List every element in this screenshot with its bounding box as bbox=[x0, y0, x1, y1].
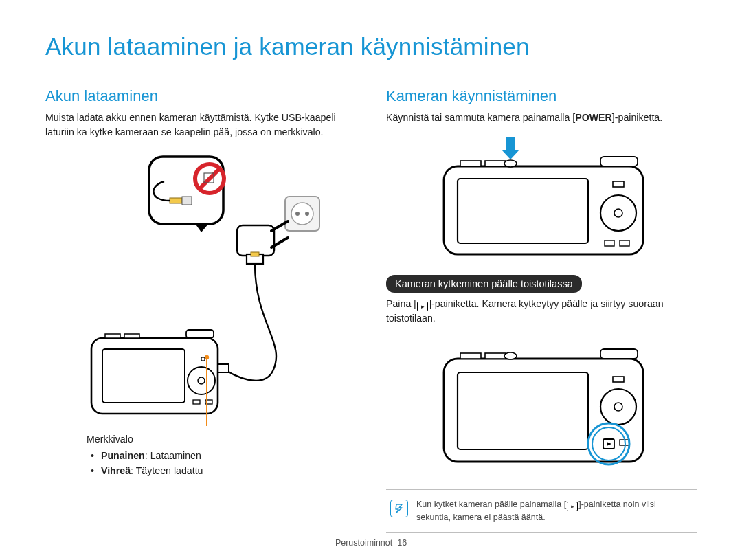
led-green-desc: : Täyteen ladattu bbox=[131, 465, 203, 476]
svg-rect-6 bbox=[182, 197, 192, 205]
playback-subheader: Kameran kytkeminen päälle toistotilassa bbox=[386, 275, 582, 293]
playback-illustration bbox=[386, 338, 697, 475]
power-arrow-icon bbox=[502, 137, 519, 159]
svg-rect-49 bbox=[485, 353, 506, 359]
svg-point-8 bbox=[291, 203, 313, 225]
playback-button-icon bbox=[417, 302, 428, 311]
page-title: Akun lataaminen ja kameran käynnistämine… bbox=[45, 33, 697, 69]
playback-intro-prefix: Paina [ bbox=[386, 298, 416, 309]
note-box: Kun kytket kameran päälle painamalla []-… bbox=[386, 489, 697, 533]
svg-rect-40 bbox=[458, 372, 588, 449]
power-intro-suffix: ]-painiketta. bbox=[612, 112, 662, 123]
note-text-prefix: Kun kytket kameran päälle painamalla [ bbox=[416, 500, 566, 509]
svg-rect-38 bbox=[600, 157, 638, 166]
svg-point-10 bbox=[305, 212, 309, 216]
svg-rect-23 bbox=[124, 334, 139, 338]
power-intro: Käynnistä tai sammuta kamera painamalla … bbox=[386, 111, 697, 125]
svg-rect-22 bbox=[105, 334, 120, 338]
svg-rect-35 bbox=[460, 161, 481, 166]
manual-page: Akun lataaminen ja kameran käynnistämine… bbox=[0, 0, 742, 560]
footer-section: Perustoiminnot bbox=[335, 538, 392, 548]
content-columns: Akun lataaminen Muista ladata akku ennen… bbox=[45, 87, 697, 533]
playback-button-icon bbox=[567, 502, 578, 511]
charging-intro: Muista ladata akku ennen kameran käyttäm… bbox=[45, 111, 356, 139]
playback-intro: Paina []-painiketta. Kamera kytkeytyy pä… bbox=[386, 297, 697, 326]
note-text: Kun kytket kameran päälle painamalla []-… bbox=[416, 498, 693, 524]
footer-page-number: 16 bbox=[397, 538, 407, 548]
left-column: Akun lataaminen Muista ladata akku ennen… bbox=[45, 87, 356, 533]
note-info-icon bbox=[390, 500, 408, 517]
svg-rect-48 bbox=[460, 353, 481, 359]
right-column: Kameran käynnistäminen Käynnistä tai sam… bbox=[386, 87, 697, 533]
playback-camera-svg bbox=[404, 338, 679, 475]
charging-diagram-svg bbox=[67, 151, 335, 426]
svg-rect-5 bbox=[170, 198, 182, 203]
svg-rect-27 bbox=[506, 137, 515, 150]
svg-rect-13 bbox=[251, 252, 259, 256]
svg-rect-36 bbox=[485, 161, 506, 166]
led-red-label: Punainen bbox=[101, 450, 145, 461]
power-illustration bbox=[386, 137, 697, 261]
svg-rect-11 bbox=[237, 225, 274, 256]
svg-rect-24 bbox=[186, 330, 214, 338]
charging-heading: Akun lataaminen bbox=[45, 87, 356, 105]
led-legend: Merkkivalo Punainen: Lataaminen Vihreä: … bbox=[45, 432, 356, 478]
svg-point-26 bbox=[205, 355, 209, 359]
charging-illustration bbox=[45, 151, 356, 426]
led-red-row: Punainen: Lataaminen bbox=[91, 448, 356, 463]
page-footer: Perustoiminnot 16 bbox=[0, 538, 742, 548]
svg-point-9 bbox=[295, 212, 300, 216]
svg-rect-16 bbox=[102, 349, 185, 403]
svg-rect-29 bbox=[458, 179, 588, 243]
power-button-label: POWER bbox=[575, 112, 612, 123]
led-red-desc: : Lataaminen bbox=[145, 450, 201, 461]
svg-point-50 bbox=[504, 352, 517, 359]
led-legend-title: Merkkivalo bbox=[87, 432, 356, 447]
power-heading: Kameran käynnistäminen bbox=[386, 87, 697, 105]
led-green-row: Vihreä: Täyteen ladattu bbox=[91, 463, 356, 478]
led-green-label: Vihreä bbox=[101, 465, 131, 476]
power-camera-svg bbox=[404, 137, 679, 261]
svg-point-37 bbox=[504, 160, 517, 167]
svg-rect-51 bbox=[600, 349, 638, 359]
power-intro-prefix: Käynnistä tai sammuta kamera painamalla … bbox=[386, 112, 575, 123]
